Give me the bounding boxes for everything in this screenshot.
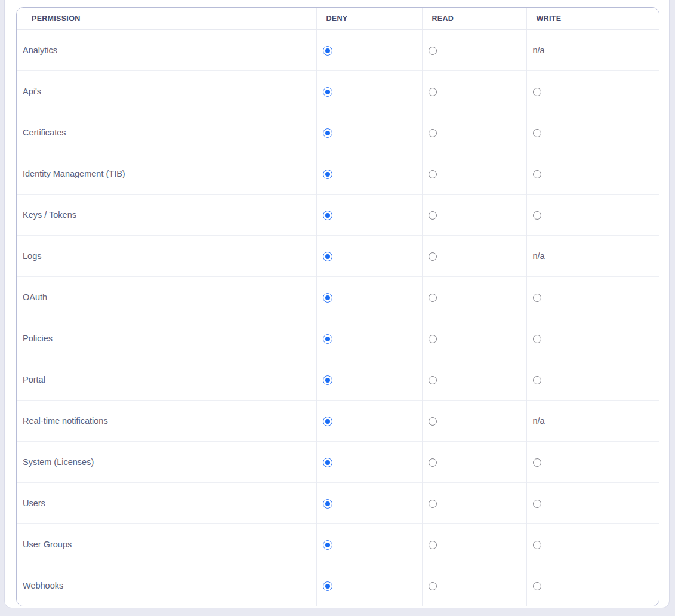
permissions-table: PERMISSION DENY READ WRITE Analytics n/a… <box>16 7 659 606</box>
table-row: Keys / Tokens <box>17 195 659 236</box>
deny-radio[interactable] <box>323 87 332 97</box>
table-row: Certificates <box>17 112 659 153</box>
table-row: Webhooks <box>17 565 659 606</box>
deny-radio[interactable] <box>323 252 332 261</box>
permission-label: Webhooks <box>17 565 316 606</box>
table-row: Api's <box>17 71 659 112</box>
deny-radio[interactable] <box>323 334 332 344</box>
deny-radio[interactable] <box>323 128 332 138</box>
column-header-deny: DENY <box>316 8 422 30</box>
write-radio[interactable] <box>533 170 541 178</box>
permission-label: Certificates <box>17 112 316 153</box>
read-radio[interactable] <box>429 541 437 549</box>
permission-label: Identity Management (TIB) <box>17 153 316 195</box>
table-row: Identity Management (TIB) <box>17 153 659 195</box>
write-radio[interactable] <box>533 500 541 508</box>
deny-radio[interactable] <box>323 211 332 220</box>
permission-label: Api's <box>17 71 316 112</box>
permission-label: Logs <box>17 236 316 277</box>
write-radio[interactable] <box>533 294 541 302</box>
read-radio[interactable] <box>429 376 437 384</box>
permission-label: Portal <box>17 359 316 401</box>
permission-label: Policies <box>17 318 316 359</box>
deny-radio[interactable] <box>323 458 332 467</box>
table-row: System (Licenses) <box>17 442 659 483</box>
read-radio[interactable] <box>429 500 437 508</box>
table-row: User Groups <box>17 524 659 565</box>
column-header-write: WRITE <box>526 8 659 30</box>
deny-radio[interactable] <box>323 499 332 509</box>
read-radio[interactable] <box>429 211 437 220</box>
read-radio[interactable] <box>429 582 437 590</box>
write-radio[interactable] <box>533 582 541 590</box>
read-radio[interactable] <box>429 294 437 302</box>
na-label: n/a <box>533 251 545 261</box>
read-radio[interactable] <box>429 170 437 178</box>
deny-radio[interactable] <box>323 46 332 56</box>
permission-label: System (Licenses) <box>17 442 316 483</box>
table-row: Policies <box>17 318 659 359</box>
table-row: OAuth <box>17 277 659 318</box>
permission-label: User Groups <box>17 524 316 565</box>
na-label: n/a <box>533 45 545 55</box>
permission-label: OAuth <box>17 277 316 318</box>
read-radio[interactable] <box>429 47 437 55</box>
read-radio[interactable] <box>429 88 437 96</box>
write-radio[interactable] <box>533 376 541 384</box>
deny-radio[interactable] <box>323 540 332 550</box>
permission-label: Analytics <box>17 30 316 71</box>
permission-label: Keys / Tokens <box>17 195 316 236</box>
deny-radio[interactable] <box>323 170 332 179</box>
write-radio[interactable] <box>533 211 541 220</box>
table-row: Real-time notifications n/a <box>17 401 659 442</box>
permissions-table-grid: PERMISSION DENY READ WRITE Analytics n/a… <box>17 8 659 606</box>
table-row: Logs n/a <box>17 236 659 277</box>
write-radio[interactable] <box>533 129 541 137</box>
read-radio[interactable] <box>429 335 437 343</box>
deny-radio[interactable] <box>323 581 332 591</box>
table-header-row: PERMISSION DENY READ WRITE <box>17 8 659 30</box>
deny-radio[interactable] <box>323 375 332 385</box>
write-radio[interactable] <box>533 541 541 549</box>
deny-radio[interactable] <box>323 293 332 303</box>
read-radio[interactable] <box>429 129 437 137</box>
read-radio[interactable] <box>429 458 437 467</box>
table-row: Portal <box>17 359 659 401</box>
read-radio[interactable] <box>429 252 437 261</box>
column-header-read: READ <box>422 8 526 30</box>
table-row: Analytics n/a <box>17 30 659 71</box>
write-radio[interactable] <box>533 458 541 467</box>
write-radio[interactable] <box>533 88 541 96</box>
write-radio[interactable] <box>533 335 541 343</box>
permissions-table-body: Analytics n/a Api's Certificates Identit… <box>17 30 659 606</box>
na-label: n/a <box>533 416 545 426</box>
read-radio[interactable] <box>429 417 437 426</box>
deny-radio[interactable] <box>323 417 332 426</box>
permission-label: Real-time notifications <box>17 401 316 442</box>
permission-label: Users <box>17 483 316 524</box>
table-row: Users <box>17 483 659 524</box>
page-background: PERMISSION DENY READ WRITE Analytics n/a… <box>0 0 675 616</box>
column-header-permission: PERMISSION <box>17 8 316 30</box>
